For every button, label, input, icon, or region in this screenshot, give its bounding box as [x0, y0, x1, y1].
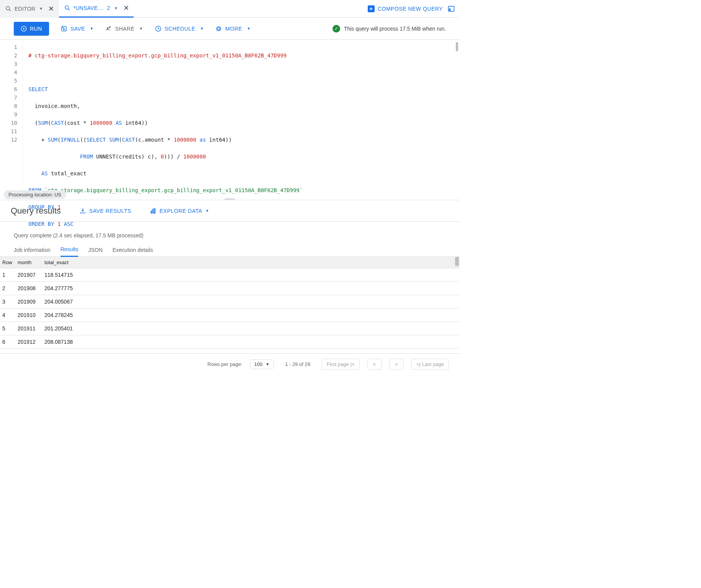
cell-month: 201910: [18, 312, 44, 318]
cell-month: 201912: [18, 339, 44, 345]
svg-line-3: [68, 9, 70, 10]
share-icon: [105, 25, 112, 32]
tabs-bar: EDITOR ▼ ✕ *UNSAVE… 2 ▼ ✕ + COMPOSE NEW …: [0, 0, 460, 18]
dropdown-icon: ▼: [139, 26, 143, 31]
tab-unsaved[interactable]: *UNSAVE… 2 ▼ ✕: [59, 0, 134, 18]
rows-per-page-select[interactable]: 100 ▼: [250, 359, 274, 369]
close-icon[interactable]: ✕: [123, 4, 129, 12]
first-page-icon: |<: [350, 361, 355, 367]
svg-point-2: [65, 6, 69, 9]
next-page-button[interactable]: >: [389, 359, 404, 370]
cell-row: 4: [0, 312, 18, 318]
dropdown-icon: ▼: [200, 26, 204, 31]
cell-row: 1: [0, 272, 18, 278]
tab-unsaved-badge: 2: [107, 5, 110, 11]
query-icon: [5, 5, 12, 13]
cell-total: 204.278245: [44, 312, 87, 318]
query-status: ✓ This query will process 17.5 MiB when …: [332, 25, 446, 33]
cell-month: 201908: [18, 285, 44, 291]
tab-editor[interactable]: EDITOR ▼ ✕: [0, 0, 59, 18]
query-icon: [64, 4, 71, 12]
col-header-row: Row: [0, 260, 18, 265]
code-editor[interactable]: 123456789101112 # ctg-storage.bigquery_b…: [0, 40, 460, 188]
table-scrollbar[interactable]: [455, 257, 459, 266]
processing-location-chip: Processing location: US: [4, 190, 66, 199]
chevron-right-icon: >: [395, 361, 398, 367]
tab-editor-label: EDITOR: [15, 6, 35, 12]
table-row[interactable]: 2201908204.277775: [0, 282, 460, 295]
svg-marker-7: [23, 28, 25, 29]
col-header-month: month: [18, 260, 44, 265]
dropdown-icon: ▼: [247, 26, 251, 31]
cell-row: 6: [0, 339, 18, 345]
table-row[interactable]: 6201912208.087138: [0, 335, 460, 349]
status-text: This query will process 17.5 MiB when ru…: [344, 26, 446, 32]
col-header-total: total_exact: [44, 260, 87, 265]
last-page-label: Last page: [422, 361, 444, 367]
panel-icon[interactable]: [447, 5, 455, 13]
dropdown-icon[interactable]: ▼: [114, 6, 118, 10]
table-row[interactable]: 1201907118.514715: [0, 268, 460, 282]
line-gutter: 123456789101112: [0, 40, 23, 188]
save-button[interactable]: SAVE ▼: [61, 25, 94, 32]
chevron-left-icon: <: [373, 361, 376, 367]
more-button[interactable]: MORE ▼: [215, 25, 251, 32]
schedule-button[interactable]: SCHEDULE ▼: [155, 25, 204, 32]
toolbar: RUN SAVE ▼ SHARE ▼ SCHEDULE ▼ MORE ▼ ✓ T…: [0, 18, 460, 40]
save-icon: [61, 25, 67, 32]
table-row[interactable]: 4201910204.278245: [0, 309, 460, 322]
play-icon: [21, 26, 27, 32]
rows-per-page-value: 100: [254, 361, 263, 367]
svg-line-1: [9, 10, 11, 11]
table-row[interactable]: 3201909204.005067: [0, 295, 460, 309]
svg-point-9: [106, 27, 108, 29]
cell-row: 2: [0, 285, 18, 291]
check-icon: ✓: [332, 25, 340, 33]
svg-rect-5: [449, 8, 450, 11]
table-header: Row month total_exact: [0, 257, 460, 268]
dropdown-icon: ▼: [265, 362, 269, 366]
rows-per-page-label: Rows per page:: [208, 361, 242, 367]
cell-total: 208.087138: [44, 339, 87, 345]
schedule-label: SCHEDULE: [165, 26, 195, 32]
editor-scrollbar[interactable]: [456, 42, 458, 51]
close-icon[interactable]: ✕: [48, 5, 54, 13]
cell-total: 118.514715: [44, 272, 87, 278]
cell-month: 201907: [18, 272, 44, 278]
more-label: MORE: [225, 26, 242, 32]
cell-row: 3: [0, 299, 18, 305]
first-page-button[interactable]: First page |<: [322, 359, 360, 370]
last-page-icon: >|: [416, 361, 421, 367]
plus-icon: +: [368, 5, 375, 12]
cell-month: 201909: [18, 299, 44, 305]
tab-unsaved-label: *UNSAVE…: [74, 5, 103, 11]
compose-new-query-button[interactable]: + COMPOSE NEW QUERY: [368, 5, 443, 12]
pagination: Rows per page: 100 ▼ 1 - 29 of 29 First …: [0, 353, 460, 375]
resize-handle[interactable]: [224, 198, 235, 200]
cell-row: 5: [0, 325, 18, 332]
prev-page-button[interactable]: <: [367, 359, 382, 370]
cell-month: 201911: [18, 325, 44, 332]
share-button[interactable]: SHARE ▼: [105, 25, 143, 32]
gear-icon: [215, 25, 222, 32]
dropdown-icon: ▼: [90, 26, 93, 31]
code-area[interactable]: # ctg-storage.bigquery_billing_export.gc…: [23, 40, 460, 188]
dropdown-icon[interactable]: ▼: [39, 7, 43, 11]
run-button[interactable]: RUN: [14, 22, 49, 36]
results-table: Row month total_exact 1201907118.5147152…: [0, 257, 460, 349]
editor-footer: Processing location: US: [0, 188, 460, 200]
svg-point-0: [6, 7, 10, 10]
compose-label: COMPOSE NEW QUERY: [378, 6, 443, 12]
table-row[interactable]: 5201911201.205401: [0, 322, 460, 335]
last-page-button[interactable]: >| Last page: [411, 359, 449, 370]
save-label: SAVE: [70, 26, 85, 32]
pagination-range: 1 - 29 of 29: [285, 361, 310, 367]
first-page-label: First page: [327, 361, 349, 367]
cell-total: 204.005067: [44, 299, 87, 305]
share-label: SHARE: [115, 26, 135, 32]
cell-total: 204.277775: [44, 285, 87, 291]
run-label: RUN: [30, 26, 42, 32]
cell-total: 201.205401: [44, 325, 87, 332]
schedule-icon: [155, 25, 162, 32]
